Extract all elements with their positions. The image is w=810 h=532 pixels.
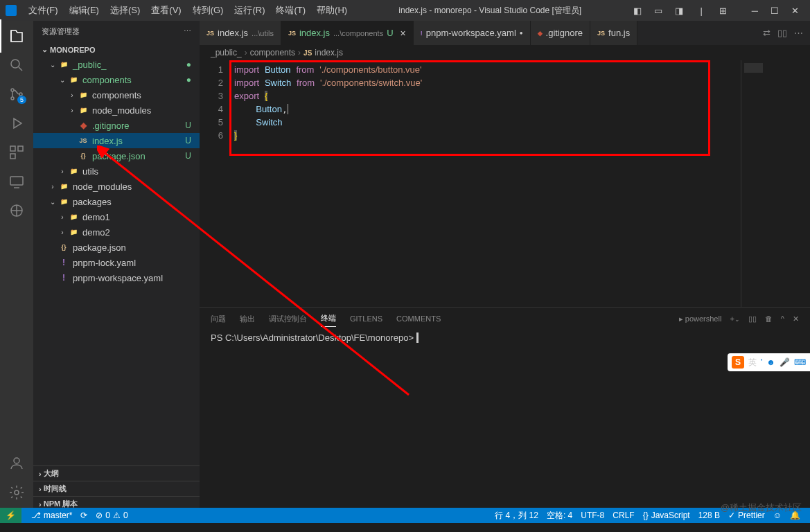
split-terminal-icon[interactable]: ▯▯: [748, 312, 757, 326]
cursor-position[interactable]: 行 4，列 12: [491, 510, 543, 522]
source-control-icon[interactable]: 5: [8, 86, 25, 103]
layout-controls: ◧ ▭ ◨ | ⊞ ─ ☐ ✕: [628, 3, 804, 18]
maximize-panel-icon[interactable]: ^: [781, 312, 784, 326]
code-content[interactable]: import Button from './components/button.…: [234, 60, 741, 307]
minimap[interactable]: [741, 60, 810, 307]
editor-tab[interactable]: JSindex.js...\utils: [200, 21, 281, 45]
tree-item[interactable]: ◆.gitignoreU: [33, 118, 200, 133]
terminal-shell[interactable]: ▸ powershell: [679, 312, 722, 326]
tree-item[interactable]: ›📁demo2: [33, 224, 200, 240]
window-title: index.js - monorepo - Visual Studio Code…: [352, 5, 628, 17]
tree-item[interactable]: !pnpm-lock.yaml: [33, 255, 200, 270]
eol[interactable]: CRLF: [608, 510, 638, 522]
editor-tab[interactable]: JSfun.js: [590, 21, 637, 45]
line-gutter: 123456: [200, 60, 234, 307]
kill-terminal-icon[interactable]: 🗑: [765, 312, 773, 326]
customize-layout-icon[interactable]: ⊞: [714, 3, 732, 18]
menu-terminal[interactable]: 终端(T): [271, 2, 310, 19]
menu-file[interactable]: 文件(F): [24, 2, 63, 19]
menu-bar: 文件(F) 编辑(E) 选择(S) 查看(V) 转到(G) 运行(R) 终端(T…: [24, 2, 352, 19]
search-icon[interactable]: [8, 57, 25, 73]
js-icon: JS: [303, 49, 312, 57]
tree-item[interactable]: ›📁node_modules: [33, 179, 200, 194]
menu-edit[interactable]: 编辑(E): [64, 2, 104, 19]
tree-item[interactable]: !pnpm-workspace.yaml: [33, 270, 200, 285]
close-button[interactable]: ✕: [786, 3, 804, 18]
more-actions-icon[interactable]: ⋯: [794, 28, 803, 38]
project-name[interactable]: ⌄ MONOREPO: [33, 42, 200, 57]
svg-point-0: [11, 60, 19, 68]
breadcrumb[interactable]: _public_› components› JS index.js: [200, 45, 810, 60]
watermark: @稀土掘金技术社区: [721, 502, 802, 514]
menu-go[interactable]: 转到(G): [188, 2, 229, 19]
code-editor[interactable]: 123456 import Button from './components/…: [200, 60, 810, 307]
encoding[interactable]: UTF-8: [576, 510, 608, 522]
bottom-panel: 问题 输出 调试控制台 终端 GITLENS COMMENTS ▸ powers…: [200, 307, 810, 508]
tree-item[interactable]: ›📁node_modules: [33, 103, 200, 118]
close-panel-icon[interactable]: ✕: [793, 312, 799, 326]
svg-rect-5: [18, 146, 23, 151]
tree-item[interactable]: ›📁utils: [33, 163, 200, 179]
close-tab-icon[interactable]: ×: [400, 28, 406, 39]
minimize-button[interactable]: ─: [746, 3, 764, 18]
remote-indicator[interactable]: ⚡: [0, 508, 21, 523]
compare-icon[interactable]: ⇄: [763, 28, 771, 38]
svg-point-10: [15, 490, 19, 495]
menu-run[interactable]: 运行(R): [229, 2, 270, 19]
errors-warnings[interactable]: ⊘ 0 ⚠ 0: [91, 511, 132, 520]
tab-terminal[interactable]: 终端: [321, 310, 336, 327]
tree-item[interactable]: ⌄📁components●: [33, 72, 200, 87]
split-editor-icon[interactable]: ▯▯: [777, 28, 787, 38]
language-mode[interactable]: {} JavaScript: [639, 510, 694, 522]
tab-comments[interactable]: COMMENTS: [396, 312, 441, 326]
ime-mic-icon[interactable]: 🎤: [780, 357, 790, 367]
panel-right-icon[interactable]: ◨: [669, 3, 689, 18]
git-branch[interactable]: ⎇ master*: [27, 511, 76, 520]
maximize-button[interactable]: ☐: [765, 3, 784, 18]
tree-item[interactable]: ⌄📁_public_●: [33, 57, 200, 72]
svg-point-2: [11, 97, 14, 100]
tree-item[interactable]: {}package.json: [33, 240, 200, 255]
tree-item[interactable]: ⌄📁packages: [33, 194, 200, 209]
remote-icon[interactable]: [8, 173, 25, 190]
editor-tab[interactable]: ◆.gitignore: [531, 21, 590, 45]
scm-badge: 5: [17, 96, 26, 104]
settings-gear-icon[interactable]: [8, 484, 25, 501]
new-terminal-icon[interactable]: +⌄: [730, 312, 739, 326]
svg-point-9: [14, 458, 19, 463]
svg-rect-6: [10, 154, 15, 159]
ime-indicator[interactable]: S 英 ' ☻ 🎤 ⌨: [728, 353, 810, 371]
svg-rect-4: [10, 146, 15, 151]
menu-select[interactable]: 选择(S): [105, 2, 145, 19]
outline-section[interactable]: › 大纲: [33, 466, 200, 481]
menu-help[interactable]: 帮助(H): [312, 2, 352, 19]
account-icon[interactable]: [8, 455, 25, 472]
explorer-icon[interactable]: [8, 28, 25, 44]
panel-left-icon[interactable]: ◧: [628, 3, 647, 18]
tab-problems[interactable]: 问题: [211, 311, 226, 327]
tree-item[interactable]: JSindex.jsU: [33, 133, 200, 148]
indentation[interactable]: 空格: 4: [543, 510, 576, 522]
tab-gitlens[interactable]: GITLENS: [350, 312, 382, 326]
menu-view[interactable]: 查看(V): [146, 2, 186, 19]
tree-item[interactable]: {}package.jsonU: [33, 148, 200, 163]
panel-bottom-icon[interactable]: ▭: [649, 3, 668, 18]
extensions-icon[interactable]: [8, 144, 25, 161]
sidebar-more-icon[interactable]: ⋯: [184, 27, 191, 36]
terminal-content[interactable]: PS C:\Users\Administrator\Desktop\FE\mon…: [200, 330, 810, 508]
filesize[interactable]: 128 B: [694, 510, 724, 522]
status-bar: ⚡ ⎇ master* ⟳ ⊘ 0 ⚠ 0 行 4，列 12 空格: 4 UTF…: [0, 508, 810, 523]
tree-item[interactable]: ›📁components: [33, 87, 200, 103]
ime-emoji-icon[interactable]: ☻: [766, 357, 775, 367]
docker-icon[interactable]: [8, 202, 25, 219]
editor-tab[interactable]: JSindex.js...\componentsU×: [281, 21, 414, 45]
timeline-section[interactable]: › 时间线: [33, 481, 200, 496]
tree-item[interactable]: ›📁demo1: [33, 209, 200, 224]
tab-debug-console[interactable]: 调试控制台: [269, 311, 307, 327]
debug-icon[interactable]: [8, 115, 25, 132]
npm-section[interactable]: › NPM 脚本: [33, 496, 200, 508]
editor-tab[interactable]: !pnpm-workspace.yaml●: [414, 21, 531, 45]
ime-keyboard-icon[interactable]: ⌨: [794, 357, 806, 367]
tab-output[interactable]: 输出: [240, 311, 255, 327]
git-sync[interactable]: ⟳: [76, 511, 91, 520]
